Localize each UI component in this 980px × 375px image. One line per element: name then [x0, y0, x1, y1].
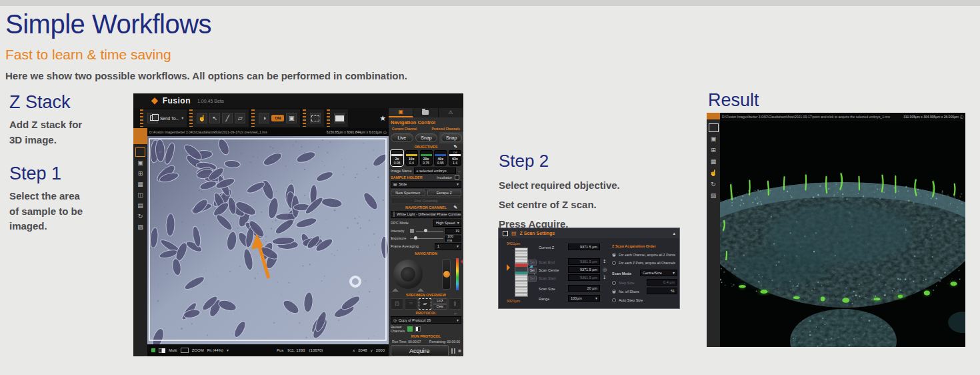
roi-select-button[interactable] [310, 113, 321, 123]
channel-swatches[interactable] [159, 348, 165, 353]
order-by-zpoint-radio[interactable] [612, 261, 616, 265]
result-view-fill-button[interactable]: ▣ [709, 135, 719, 143]
image-name-more-button[interactable]: ... [458, 169, 461, 173]
step-size-radio[interactable] [612, 281, 616, 285]
live-button[interactable]: Live [391, 133, 413, 142]
view-3d-button[interactable]: ▤ [135, 202, 145, 210]
scan-start-value[interactable]: 9361.5 µm [568, 274, 600, 281]
set-scan-end-button[interactable]: Set [528, 260, 537, 266]
info-icon[interactable]: ⓘ [383, 130, 387, 134]
pan-tool-button[interactable]: ☝ [197, 113, 207, 123]
scan-centre-value[interactable]: 9371.5 µm [568, 266, 600, 273]
clear-button[interactable]: Clear [433, 304, 447, 310]
sample-holder-select[interactable]: ▤Slide▾ [391, 181, 461, 188]
bw-channel-swatch[interactable] [415, 326, 421, 332]
edit-objectives-icon[interactable]: ✎ [453, 144, 457, 149]
scan-mode-select[interactable]: Centre/Size▾ [640, 270, 677, 276]
current-z-marker-icon[interactable] [507, 264, 510, 271]
scan-end-icon[interactable]: ↥ [603, 259, 607, 264]
incubator-checkbox[interactable] [455, 175, 459, 179]
result-view-grid-button[interactable]: ▦ [709, 157, 719, 166]
objective-20x-button[interactable]: 20x0.75 [420, 150, 433, 166]
exposure-value[interactable]: 100 ms [445, 236, 461, 242]
specimen-overview-image[interactable] [147, 136, 389, 344]
objective-40x-button[interactable]: 40x0.95 [434, 150, 447, 166]
z-range-slider[interactable] [515, 248, 528, 297]
frame-averaging-select[interactable]: 1▾ [435, 243, 461, 250]
new-specimen-button[interactable]: New Specimen [391, 190, 425, 196]
xy-joystick[interactable] [393, 260, 423, 289]
tab-files[interactable] [413, 108, 438, 117]
intensity-value[interactable]: 19 [445, 228, 461, 234]
pause-icon[interactable] [451, 348, 456, 354]
contrast-button[interactable]: ◑ [259, 113, 269, 123]
result-view-single-button[interactable] [709, 123, 719, 132]
order-by-channel-radio[interactable] [612, 253, 616, 257]
view-grid-button[interactable]: ▦ [135, 180, 145, 189]
result-view-grid2-button[interactable]: ⊞ [709, 146, 719, 155]
overview-map-button[interactable]: ◫ [391, 298, 403, 310]
channels-display-button[interactable]: ▣ [286, 113, 297, 123]
auto-on-button[interactable]: ON [271, 115, 284, 121]
objective-2x-button[interactable]: 2x0.08 [391, 150, 403, 166]
snap-button[interactable]: Snap [415, 133, 438, 142]
view-single-button[interactable] [135, 147, 145, 157]
result-image[interactable] [720, 121, 965, 347]
edit-channel-icon[interactable]: ✎ [453, 205, 457, 210]
collapse-chevron-icon[interactable]: ▴ [673, 231, 675, 236]
send-to-button[interactable] [147, 113, 158, 123]
zoom-caret-icon[interactable]: ▾ [227, 348, 229, 352]
image-name-field[interactable]: e selected embryo [414, 167, 456, 174]
protocol-more-button[interactable]: ... [454, 311, 457, 315]
step-size-value[interactable]: 0.4 µm [647, 279, 677, 286]
send-to-label[interactable]: Send To... [160, 116, 179, 121]
shape-tool-button[interactable]: ▱ [235, 113, 245, 123]
z-position-slider[interactable] [442, 259, 451, 290]
scan-start-icon[interactable]: ↧ [603, 275, 607, 280]
result-images-tab[interactable] [707, 113, 720, 119]
result-pan-button[interactable]: ☝ [709, 169, 719, 177]
auto-step-radio[interactable] [612, 298, 616, 302]
overview-region-button[interactable]: ▱ [419, 298, 431, 310]
find-coverslip-button[interactable]: Find Coverslip [391, 198, 461, 204]
result-rotate-button[interactable]: ↻ [709, 180, 719, 189]
protocol-select[interactable]: ◷Copy of Protocol 26▾ [391, 316, 461, 324]
scan-centre-icon[interactable]: ◎ [603, 267, 607, 272]
snapshot-button[interactable]: ▨ [135, 223, 145, 232]
result-snapshot-button[interactable]: ▨ [709, 192, 719, 200]
scan-size-value[interactable]: 20 µm [568, 285, 600, 292]
tab-navigation[interactable]: ▣ [389, 108, 413, 117]
slices-value[interactable]: 51 [647, 288, 677, 294]
view-grid2-button[interactable]: ⊞ [135, 169, 145, 178]
objective-63x-oil-button[interactable]: Oil63x1.4 [449, 150, 461, 166]
protocol-snap-button[interactable]: Snap [441, 133, 462, 142]
tab-alerts[interactable]: ⚠ [439, 108, 463, 117]
set-scan-start-button[interactable]: Set [528, 276, 537, 282]
scan-end-value[interactable]: 9381.5 µm [568, 258, 600, 265]
zscan-enable-checkbox[interactable] [503, 231, 508, 236]
range-select[interactable]: 100µm▾ [568, 295, 600, 302]
overview-extra-button[interactable]: ▯ [449, 298, 461, 310]
navigation-channel-select[interactable]: White Light - Differential Phase Contras… [391, 211, 461, 218]
overview-points-button[interactable]: ∷ [405, 298, 417, 310]
select-tool-button[interactable]: ↖ [209, 113, 220, 123]
current-z-value[interactable]: 9371.5 µm [568, 244, 600, 250]
slices-radio[interactable] [612, 290, 616, 294]
zoom-value[interactable]: Fit (44%) [207, 348, 223, 352]
images-tab[interactable] [133, 128, 147, 144]
view-split-button[interactable]: ◫ [135, 191, 145, 200]
intensity-slider[interactable] [416, 231, 443, 232]
green-channel-swatch[interactable] [407, 326, 413, 332]
line-tool-button[interactable]: ╱ [222, 113, 233, 123]
region-button[interactable] [334, 113, 345, 123]
result-info-icon[interactable]: ⓘ [960, 115, 963, 119]
objective-10x-button[interactable]: 10x0.4 [405, 150, 418, 166]
stop-icon[interactable]: ■ [458, 348, 461, 354]
set-scan-centre-button[interactable]: Set [528, 268, 537, 274]
z-slider-knob[interactable] [443, 271, 450, 278]
rotate-button[interactable]: ↻ [135, 212, 145, 221]
exposure-slider[interactable] [410, 238, 443, 239]
dpc-mode-select[interactable]: High Speed▾ [433, 220, 461, 227]
lock-button[interactable]: Lock [433, 298, 447, 304]
acquire-button[interactable]: Acquire [391, 345, 449, 356]
